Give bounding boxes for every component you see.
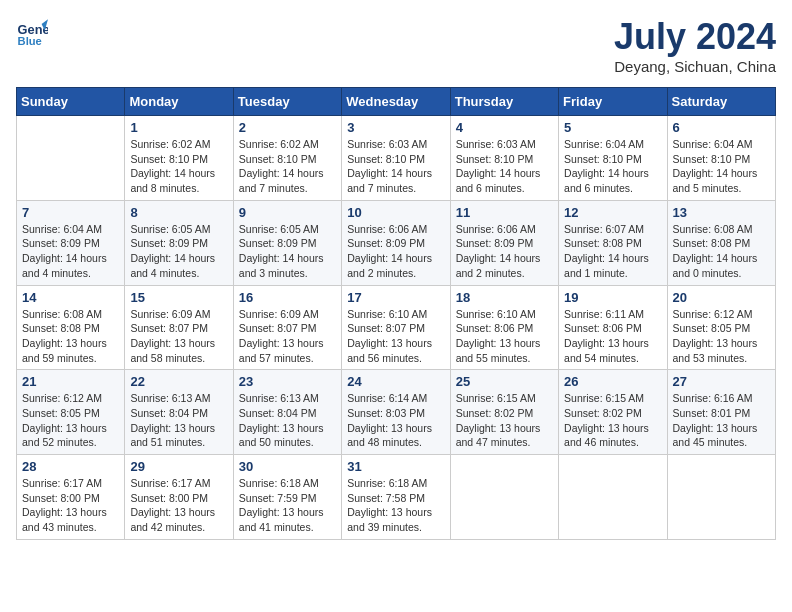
day-info: Sunrise: 6:12 AMSunset: 8:05 PMDaylight:… <box>673 307 770 366</box>
day-info: Sunrise: 6:10 AMSunset: 8:07 PMDaylight:… <box>347 307 444 366</box>
day-info: Sunrise: 6:13 AMSunset: 8:04 PMDaylight:… <box>239 391 336 450</box>
calendar-cell <box>450 455 558 540</box>
day-number: 27 <box>673 374 770 389</box>
calendar-cell: 10Sunrise: 6:06 AMSunset: 8:09 PMDayligh… <box>342 200 450 285</box>
day-number: 17 <box>347 290 444 305</box>
day-number: 31 <box>347 459 444 474</box>
day-number: 22 <box>130 374 227 389</box>
calendar-week-row: 14Sunrise: 6:08 AMSunset: 8:08 PMDayligh… <box>17 285 776 370</box>
day-info: Sunrise: 6:08 AMSunset: 8:08 PMDaylight:… <box>673 222 770 281</box>
day-info: Sunrise: 6:02 AMSunset: 8:10 PMDaylight:… <box>239 137 336 196</box>
calendar-cell <box>559 455 667 540</box>
day-number: 6 <box>673 120 770 135</box>
day-info: Sunrise: 6:11 AMSunset: 8:06 PMDaylight:… <box>564 307 661 366</box>
calendar-cell: 20Sunrise: 6:12 AMSunset: 8:05 PMDayligh… <box>667 285 775 370</box>
day-info: Sunrise: 6:16 AMSunset: 8:01 PMDaylight:… <box>673 391 770 450</box>
weekday-header: Saturday <box>667 88 775 116</box>
calendar-week-row: 7Sunrise: 6:04 AMSunset: 8:09 PMDaylight… <box>17 200 776 285</box>
day-info: Sunrise: 6:05 AMSunset: 8:09 PMDaylight:… <box>130 222 227 281</box>
day-number: 16 <box>239 290 336 305</box>
day-info: Sunrise: 6:17 AMSunset: 8:00 PMDaylight:… <box>130 476 227 535</box>
logo-icon: General Blue <box>16 16 48 48</box>
calendar-cell: 29Sunrise: 6:17 AMSunset: 8:00 PMDayligh… <box>125 455 233 540</box>
day-number: 12 <box>564 205 661 220</box>
day-info: Sunrise: 6:04 AMSunset: 8:10 PMDaylight:… <box>673 137 770 196</box>
calendar-week-row: 21Sunrise: 6:12 AMSunset: 8:05 PMDayligh… <box>17 370 776 455</box>
day-number: 5 <box>564 120 661 135</box>
calendar-cell: 5Sunrise: 6:04 AMSunset: 8:10 PMDaylight… <box>559 116 667 201</box>
calendar-cell: 1Sunrise: 6:02 AMSunset: 8:10 PMDaylight… <box>125 116 233 201</box>
day-info: Sunrise: 6:14 AMSunset: 8:03 PMDaylight:… <box>347 391 444 450</box>
day-number: 10 <box>347 205 444 220</box>
day-info: Sunrise: 6:10 AMSunset: 8:06 PMDaylight:… <box>456 307 553 366</box>
calendar-cell: 30Sunrise: 6:18 AMSunset: 7:59 PMDayligh… <box>233 455 341 540</box>
calendar-cell: 16Sunrise: 6:09 AMSunset: 8:07 PMDayligh… <box>233 285 341 370</box>
day-info: Sunrise: 6:06 AMSunset: 8:09 PMDaylight:… <box>347 222 444 281</box>
day-number: 3 <box>347 120 444 135</box>
day-number: 4 <box>456 120 553 135</box>
calendar-cell: 23Sunrise: 6:13 AMSunset: 8:04 PMDayligh… <box>233 370 341 455</box>
weekday-header: Wednesday <box>342 88 450 116</box>
title-area: July 2024 Deyang, Sichuan, China <box>614 16 776 75</box>
day-info: Sunrise: 6:07 AMSunset: 8:08 PMDaylight:… <box>564 222 661 281</box>
calendar-cell: 15Sunrise: 6:09 AMSunset: 8:07 PMDayligh… <box>125 285 233 370</box>
day-number: 23 <box>239 374 336 389</box>
day-info: Sunrise: 6:03 AMSunset: 8:10 PMDaylight:… <box>456 137 553 196</box>
day-number: 25 <box>456 374 553 389</box>
day-info: Sunrise: 6:09 AMSunset: 8:07 PMDaylight:… <box>130 307 227 366</box>
day-number: 14 <box>22 290 119 305</box>
day-number: 28 <box>22 459 119 474</box>
calendar-cell: 27Sunrise: 6:16 AMSunset: 8:01 PMDayligh… <box>667 370 775 455</box>
day-number: 20 <box>673 290 770 305</box>
day-number: 15 <box>130 290 227 305</box>
day-number: 8 <box>130 205 227 220</box>
day-number: 1 <box>130 120 227 135</box>
calendar-cell: 19Sunrise: 6:11 AMSunset: 8:06 PMDayligh… <box>559 285 667 370</box>
day-info: Sunrise: 6:18 AMSunset: 7:59 PMDaylight:… <box>239 476 336 535</box>
weekday-header: Friday <box>559 88 667 116</box>
calendar-cell: 31Sunrise: 6:18 AMSunset: 7:58 PMDayligh… <box>342 455 450 540</box>
calendar-cell <box>17 116 125 201</box>
day-info: Sunrise: 6:15 AMSunset: 8:02 PMDaylight:… <box>564 391 661 450</box>
calendar-week-row: 28Sunrise: 6:17 AMSunset: 8:00 PMDayligh… <box>17 455 776 540</box>
calendar-cell: 14Sunrise: 6:08 AMSunset: 8:08 PMDayligh… <box>17 285 125 370</box>
calendar-cell: 17Sunrise: 6:10 AMSunset: 8:07 PMDayligh… <box>342 285 450 370</box>
calendar-cell: 12Sunrise: 6:07 AMSunset: 8:08 PMDayligh… <box>559 200 667 285</box>
calendar-table: SundayMondayTuesdayWednesdayThursdayFrid… <box>16 87 776 540</box>
calendar-cell: 7Sunrise: 6:04 AMSunset: 8:09 PMDaylight… <box>17 200 125 285</box>
weekday-header: Monday <box>125 88 233 116</box>
calendar-cell: 21Sunrise: 6:12 AMSunset: 8:05 PMDayligh… <box>17 370 125 455</box>
day-number: 26 <box>564 374 661 389</box>
calendar-header: SundayMondayTuesdayWednesdayThursdayFrid… <box>17 88 776 116</box>
weekday-header: Tuesday <box>233 88 341 116</box>
day-info: Sunrise: 6:17 AMSunset: 8:00 PMDaylight:… <box>22 476 119 535</box>
day-number: 7 <box>22 205 119 220</box>
weekday-header: Thursday <box>450 88 558 116</box>
day-number: 2 <box>239 120 336 135</box>
day-info: Sunrise: 6:03 AMSunset: 8:10 PMDaylight:… <box>347 137 444 196</box>
calendar-cell: 25Sunrise: 6:15 AMSunset: 8:02 PMDayligh… <box>450 370 558 455</box>
calendar-cell: 3Sunrise: 6:03 AMSunset: 8:10 PMDaylight… <box>342 116 450 201</box>
day-info: Sunrise: 6:05 AMSunset: 8:09 PMDaylight:… <box>239 222 336 281</box>
calendar-cell: 9Sunrise: 6:05 AMSunset: 8:09 PMDaylight… <box>233 200 341 285</box>
day-number: 29 <box>130 459 227 474</box>
calendar-week-row: 1Sunrise: 6:02 AMSunset: 8:10 PMDaylight… <box>17 116 776 201</box>
day-number: 24 <box>347 374 444 389</box>
month-title: July 2024 <box>614 16 776 58</box>
day-info: Sunrise: 6:18 AMSunset: 7:58 PMDaylight:… <box>347 476 444 535</box>
day-number: 9 <box>239 205 336 220</box>
calendar-cell: 13Sunrise: 6:08 AMSunset: 8:08 PMDayligh… <box>667 200 775 285</box>
day-info: Sunrise: 6:06 AMSunset: 8:09 PMDaylight:… <box>456 222 553 281</box>
day-info: Sunrise: 6:15 AMSunset: 8:02 PMDaylight:… <box>456 391 553 450</box>
day-number: 21 <box>22 374 119 389</box>
logo: General Blue <box>16 16 48 48</box>
calendar-cell <box>667 455 775 540</box>
calendar-cell: 11Sunrise: 6:06 AMSunset: 8:09 PMDayligh… <box>450 200 558 285</box>
day-info: Sunrise: 6:04 AMSunset: 8:10 PMDaylight:… <box>564 137 661 196</box>
day-number: 30 <box>239 459 336 474</box>
day-info: Sunrise: 6:09 AMSunset: 8:07 PMDaylight:… <box>239 307 336 366</box>
calendar-cell: 4Sunrise: 6:03 AMSunset: 8:10 PMDaylight… <box>450 116 558 201</box>
location: Deyang, Sichuan, China <box>614 58 776 75</box>
day-number: 11 <box>456 205 553 220</box>
calendar-cell: 26Sunrise: 6:15 AMSunset: 8:02 PMDayligh… <box>559 370 667 455</box>
